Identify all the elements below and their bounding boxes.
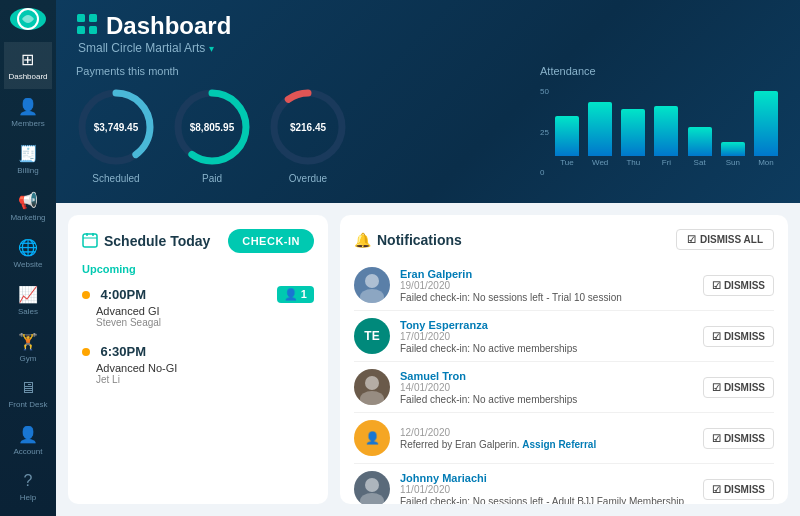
- page-header: Dashboard: [76, 12, 780, 40]
- svg-point-18: [360, 391, 384, 405]
- sidebar-item-sales[interactable]: 📈 Sales: [4, 277, 51, 324]
- chart-bar: [721, 142, 745, 156]
- checkin-button[interactable]: CHECK-IN: [228, 229, 314, 253]
- notif-item: 👤 12/01/2020 Referred by Eran Galperin. …: [354, 413, 774, 464]
- notif-item: Samuel Tron 14/01/2020 Failed check-in: …: [354, 362, 774, 413]
- sidebar-item-help[interactable]: ? Help: [4, 464, 51, 510]
- svg-rect-11: [83, 234, 97, 247]
- assign-referral-link[interactable]: Assign Referral: [522, 439, 596, 450]
- time-dot: [82, 348, 90, 356]
- sidebar-item-front-desk[interactable]: 🖥 Front Desk: [4, 371, 51, 417]
- svg-rect-4: [89, 26, 97, 34]
- sidebar-icon: 👤: [18, 425, 38, 444]
- payment-card-scheduled: $3,749.45 Scheduled: [76, 87, 156, 184]
- dismiss-button[interactable]: ☑ DISMISS: [703, 479, 774, 500]
- time-info: 4:00PM: [82, 285, 146, 303]
- sidebar-label: Sales: [18, 307, 38, 316]
- sidebar-item-marketing[interactable]: 📢 Marketing: [4, 183, 51, 230]
- payment-label: Overdue: [289, 173, 327, 184]
- notif-name: Tony Esperranza: [400, 319, 693, 331]
- bar-group-wed: Wed: [586, 102, 614, 167]
- sidebar-item-account[interactable]: 👤 Account: [4, 417, 51, 464]
- dismiss-all-button[interactable]: ☑ DISMISS ALL: [676, 229, 774, 250]
- schedule-header: Schedule Today CHECK-IN: [82, 229, 314, 253]
- bar-group-thu: Thu: [619, 109, 647, 167]
- payment-value: $216.45: [290, 122, 326, 133]
- sidebar-icon: ?: [24, 472, 33, 490]
- sidebar-label: Front Desk: [8, 400, 47, 409]
- notif-title: 🔔 Notifications: [354, 232, 462, 248]
- schedule-icon: [82, 232, 98, 251]
- page-title: Dashboard: [106, 12, 231, 40]
- class-name: Advanced GI: [96, 305, 314, 317]
- check-icon: ☑: [712, 331, 721, 342]
- bar-group-mon: Mon: [752, 91, 780, 167]
- time-info: 6:30PM: [82, 342, 146, 360]
- payments-section: Payments this month $3,749.45 Scheduled …: [76, 65, 520, 187]
- dismiss-button[interactable]: ☑ DISMISS: [703, 326, 774, 347]
- bar-label: Wed: [592, 158, 608, 167]
- sidebar-item-dashboard[interactable]: ⊞ Dashboard: [4, 42, 51, 89]
- sidebar-label: Help: [20, 493, 36, 502]
- bar-group-tue: Tue: [553, 116, 581, 167]
- notif-info: 12/01/2020 Referred by Eran Galperin. As…: [400, 427, 693, 450]
- notif-header: 🔔 Notifications ☑ DISMISS ALL: [354, 229, 774, 250]
- svg-rect-2: [89, 14, 97, 22]
- sidebar-icon: 🌐: [18, 238, 38, 257]
- notif-info: Tony Esperranza 17/01/2020 Failed check-…: [400, 319, 693, 354]
- sidebar: ⊞ Dashboard 👤 Members 🧾 Billing 📢 Market…: [0, 0, 56, 516]
- time-row: 6:30PM: [82, 342, 314, 360]
- sidebar-icon: 📈: [18, 285, 38, 304]
- svg-point-19: [365, 478, 379, 492]
- bottom-section: Schedule Today CHECK-IN Upcoming 4:00PM …: [56, 203, 800, 516]
- notif-item: TE Tony Esperranza 17/01/2020 Failed che…: [354, 311, 774, 362]
- bar-label: Fri: [662, 158, 671, 167]
- bar-group-fri: Fri: [652, 106, 680, 167]
- check-icon: ☑: [712, 484, 721, 495]
- y-axis-max: 50: [540, 87, 549, 96]
- notif-message: Referred by Eran Galperin. Assign Referr…: [400, 439, 693, 450]
- schedule-title-text: Schedule Today: [104, 233, 210, 249]
- chart-bar: [688, 127, 712, 156]
- sidebar-icon: ⊞: [21, 50, 34, 69]
- top-section: Dashboard Small Circle Martial Arts ▾ Pa…: [56, 0, 800, 203]
- schedule-panel: Schedule Today CHECK-IN Upcoming 4:00PM …: [68, 215, 328, 504]
- donut-chart: $8,805.95: [172, 87, 252, 167]
- notif-date: 12/01/2020: [400, 427, 693, 438]
- top-content-area: Payments this month $3,749.45 Scheduled …: [76, 65, 780, 187]
- dismiss-label: DISMISS: [724, 382, 765, 393]
- notif-date: 14/01/2020: [400, 382, 693, 393]
- payment-cards: $3,749.45 Scheduled $8,805.95 Paid $216.…: [76, 87, 520, 184]
- school-name: Small Circle Martial Arts: [78, 41, 205, 55]
- notif-avatar: 👤: [354, 420, 390, 456]
- notif-message: Failed check-in: No active memberships: [400, 343, 693, 354]
- check-icon: ☑: [712, 382, 721, 393]
- dismiss-button[interactable]: ☑ DISMISS: [703, 275, 774, 296]
- dismiss-button[interactable]: ☑ DISMISS: [703, 377, 774, 398]
- instructor-name: Steven Seagal: [96, 317, 314, 328]
- chart-bar: [754, 91, 778, 156]
- chevron-down-icon[interactable]: ▾: [209, 43, 214, 54]
- sidebar-item-members[interactable]: 👤 Members: [4, 89, 51, 136]
- bar-label: Sun: [726, 158, 740, 167]
- notif-message: Failed check-in: No sessions left - Adul…: [400, 496, 693, 505]
- bar-group-sun: Sun: [719, 142, 747, 167]
- dismiss-label: DISMISS: [724, 433, 765, 444]
- notif-title-text: Notifications: [377, 232, 462, 248]
- chart-bar: [588, 102, 612, 156]
- upcoming-label: Upcoming: [82, 263, 314, 275]
- class-name: Advanced No-GI: [96, 362, 314, 374]
- sidebar-item-website[interactable]: 🌐 Website: [4, 230, 51, 277]
- notif-name: Samuel Tron: [400, 370, 693, 382]
- sidebar-label: Website: [14, 260, 43, 269]
- sidebar-label: Account: [14, 447, 43, 456]
- dismiss-label: DISMISS: [724, 280, 765, 291]
- donut-chart: $216.45: [268, 87, 348, 167]
- sidebar-label: Marketing: [10, 213, 45, 222]
- sidebar-item-gym[interactable]: 🏋 Gym: [4, 324, 51, 371]
- notif-message: Failed check-in: No active memberships: [400, 394, 693, 405]
- sidebar-item-billing[interactable]: 🧾 Billing: [4, 136, 51, 183]
- dismiss-button[interactable]: ☑ DISMISS: [703, 428, 774, 449]
- attendance-section: Attendance 50 25 0 TueWedThuFriSatSunMon: [540, 65, 780, 187]
- chart-bar: [555, 116, 579, 156]
